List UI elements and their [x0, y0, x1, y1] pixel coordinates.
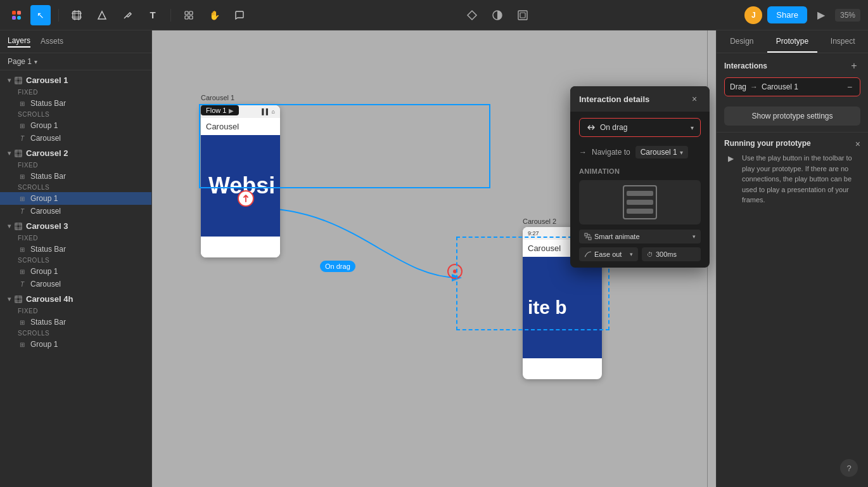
- trigger-chevron: ▾: [691, 124, 694, 131]
- status-bar-2[interactable]: ⊞ Status Bar: [0, 170, 151, 183]
- canvas[interactable]: Carousel 1 9:27 ▌▌ ⌂ Carousel Websi On: [152, 30, 716, 487]
- svg-rect-12: [185, 16, 188, 19]
- anim-row-2: [627, 200, 653, 205]
- select-tool[interactable]: ↖: [30, 5, 51, 25]
- svg-rect-0: [12, 11, 16, 15]
- status-bar-4[interactable]: ⊞ Status Bar: [0, 316, 151, 328]
- svg-rect-5: [73, 11, 80, 19]
- sidebar-tabs: Layers Assets: [0, 30, 151, 53]
- group-name-3: Carousel 3: [26, 221, 68, 231]
- pen-tool[interactable]: [117, 5, 137, 25]
- layer-group-carousel-3: ▾ Carousel 3 FIXED ⊞ Status Bar SCROLLS …: [0, 219, 151, 290]
- figma-logo[interactable]: [8, 6, 25, 24]
- group1-3[interactable]: ⊞ Group 1: [0, 265, 151, 278]
- interaction-arrow: →: [750, 82, 758, 91]
- carousel-text-3[interactable]: T Carousel: [0, 278, 151, 290]
- ease-out-control[interactable]: Ease out ▾: [579, 247, 638, 261]
- theme-icon[interactable]: [487, 5, 507, 25]
- topbar: ↖ T ✋ J Share ▶ 35%: [0, 0, 868, 30]
- share-button[interactable]: Share: [767, 6, 807, 23]
- duration-control[interactable]: ⏱ 300ms: [642, 247, 701, 261]
- interaction-details-modal[interactable]: Interaction details × On drag ▾ → Naviga…: [570, 86, 710, 268]
- component-icon[interactable]: [462, 5, 482, 25]
- duration-value: 300ms: [656, 250, 677, 258]
- ease-label: Ease out: [594, 250, 622, 258]
- carousel-text-1[interactable]: T Carousel: [0, 132, 151, 145]
- svg-rect-1: [17, 11, 21, 15]
- components-tool[interactable]: [179, 5, 199, 25]
- arrange-icon[interactable]: [513, 5, 533, 25]
- svg-rect-11: [189, 11, 193, 15]
- navigate-destination[interactable]: Carousel 1 ▾: [635, 146, 688, 159]
- zoom-display[interactable]: 35%: [835, 9, 860, 22]
- layer-group-header-carousel-4[interactable]: ▾ Carousel 4h: [0, 292, 151, 306]
- running-prototype-content: ▶ Use the play button in the toolbar to …: [724, 153, 860, 205]
- tab-assets[interactable]: Assets: [41, 37, 63, 47]
- phone-screen-1: Websi: [201, 135, 280, 237]
- svg-rect-22: [15, 150, 22, 157]
- anim-row-1: [627, 191, 653, 196]
- carousel-text-2[interactable]: T Carousel: [0, 205, 151, 218]
- group1-4[interactable]: ⊞ Group 1: [0, 338, 151, 351]
- comment-tool[interactable]: [229, 5, 250, 25]
- frame-icon: [15, 77, 22, 84]
- smart-animate-control[interactable]: Smart animate ▾: [579, 230, 701, 244]
- navigate-arrow-icon: →: [579, 148, 587, 157]
- phone-frame-carousel-1[interactable]: 9:27 ▌▌ ⌂ Carousel Websi: [201, 105, 280, 257]
- layer-group-header-carousel-1[interactable]: ▾ Carousel 1: [0, 73, 151, 88]
- tab-layers[interactable]: Layers: [8, 36, 30, 48]
- frame-label-carousel-1: Carousel 1: [201, 94, 234, 101]
- layer-group-header-carousel-3[interactable]: ▾ Carousel 3: [0, 219, 151, 233]
- shape-tool[interactable]: [92, 5, 112, 25]
- page-selector[interactable]: Page 1 ▾: [0, 53, 151, 70]
- tab-inspect[interactable]: Inspect: [817, 30, 868, 53]
- hand-tool[interactable]: ✋: [204, 5, 224, 25]
- ease-chevron: ▾: [630, 251, 633, 257]
- add-interaction-button[interactable]: +: [848, 60, 860, 72]
- navigate-row: → Navigate to Carousel 1 ▾: [579, 143, 701, 164]
- modal-body: On drag ▾ → Navigate to Carousel 1 ▾ Ani…: [570, 112, 710, 268]
- tab-design[interactable]: Design: [717, 30, 767, 53]
- modal-close-button[interactable]: ×: [688, 93, 701, 105]
- interactions-section: Interactions + Drag → Carousel 1 −: [717, 53, 868, 107]
- grid-icon-5: ⊞: [18, 245, 27, 254]
- help-button[interactable]: ?: [840, 459, 858, 477]
- group-name-4: Carousel 4h: [26, 294, 73, 304]
- status-bar-3[interactable]: ⊞ Status Bar: [0, 243, 151, 256]
- tab-prototype[interactable]: Prototype: [767, 30, 818, 53]
- scrolls-label-3: SCROLLS: [0, 256, 151, 265]
- group-name: Carousel 1: [26, 75, 68, 85]
- navigate-chevron: ▾: [680, 149, 683, 156]
- smart-animate-chevron: ▾: [692, 233, 696, 240]
- play-button[interactable]: ▶: [812, 6, 830, 24]
- grid-icon-2: ⊞: [18, 121, 27, 130]
- svg-point-4: [12, 16, 16, 20]
- group1-1[interactable]: ⊞ Group 1: [0, 119, 151, 132]
- modal-title: Interaction details: [579, 94, 649, 104]
- group-name-2: Carousel 2: [26, 148, 68, 158]
- remove-interaction-button[interactable]: −: [845, 82, 855, 92]
- layer-group-header-carousel-2[interactable]: ▾ Carousel 2: [0, 146, 151, 160]
- drag-icon: [586, 122, 596, 133]
- svg-rect-27: [15, 223, 22, 230]
- interaction-item[interactable]: Drag → Carousel 1 −: [724, 77, 860, 96]
- text-tool[interactable]: T: [143, 5, 163, 25]
- proto-play-icon: ▶: [724, 153, 737, 166]
- smart-animate-icon: [584, 233, 592, 240]
- tool-separator-1: [58, 9, 59, 22]
- right-panel-tabs: Design Prototype Inspect: [717, 30, 868, 53]
- show-prototype-settings-button[interactable]: Show prototype settings: [724, 107, 860, 126]
- status-bar-1[interactable]: ⊞ Status Bar: [0, 97, 151, 110]
- group1-2[interactable]: ⊞ Group 1: [0, 192, 151, 205]
- ease-duration-row: Ease out ▾ ⏱ 300ms: [579, 247, 701, 261]
- grid-icon-7: ⊞: [18, 318, 27, 327]
- frame-icon-2: [15, 150, 22, 157]
- drag-handle-circle[interactable]: [238, 190, 254, 207]
- animation-title: Animation: [579, 167, 701, 175]
- grid-icon-6: ⊞: [18, 267, 27, 276]
- flow-label[interactable]: Flow 1 ▶: [201, 105, 239, 115]
- on-drag-label: On drag: [320, 261, 355, 272]
- frame-tool[interactable]: [67, 5, 87, 25]
- running-prototype-close[interactable]: ×: [855, 139, 860, 149]
- trigger-row[interactable]: On drag ▾: [579, 118, 701, 137]
